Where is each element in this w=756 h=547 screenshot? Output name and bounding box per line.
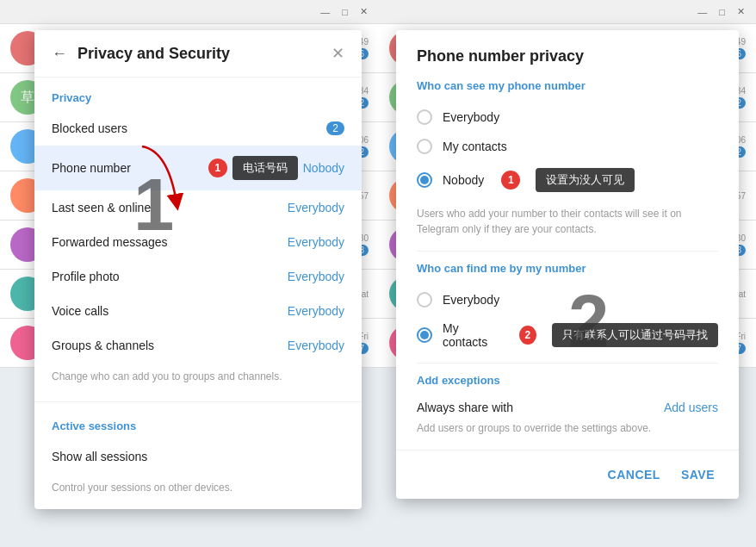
- forwarded-messages-label: Forwarded messages: [52, 235, 288, 249]
- right-minimize-btn[interactable]: —: [693, 5, 711, 19]
- right-titlebar: — □ ✕: [379, 0, 756, 24]
- cancel-button[interactable]: CANCEL: [604, 461, 664, 488]
- left-window: — □ ✕ 1:49 5496 草 草 1:34 2: [0, 0, 379, 547]
- privacy-security-dialog: ← Privacy and Security ✕ Privacy Blocked…: [34, 30, 362, 509]
- privacy-section-label: Privacy: [34, 78, 362, 111]
- groups-channels-item[interactable]: Groups & channels Everybody: [34, 328, 362, 363]
- show-all-sessions-item[interactable]: Show all sessions: [34, 439, 362, 474]
- dialog-content: Privacy Blocked users 2 Phone number 1 电…: [34, 78, 362, 509]
- radio-circle-my-contacts-find[interactable]: [417, 327, 432, 343]
- blocked-users-badge: 2: [326, 121, 344, 135]
- who-can-see-title: Who can see my phone number: [417, 79, 718, 92]
- left-titlebar: — □ ✕: [0, 0, 379, 24]
- groups-hint: Change who can add you to groups and cha…: [34, 363, 362, 398]
- voice-calls-label: Voice calls: [52, 304, 288, 318]
- right-window: — □ ✕ 1:49 496 1:34 2 21:06: [379, 0, 756, 547]
- dialog-header: ← Privacy and Security ✕: [34, 30, 362, 78]
- forwarded-messages-item[interactable]: Forwarded messages Everybody: [34, 225, 362, 259]
- radio-my-contacts-find[interactable]: My contacts 2 只有联系人可以通过号码寻找: [417, 314, 718, 356]
- dialog-title: Privacy and Security: [77, 45, 230, 63]
- phone-dialog-title: Phone number privacy: [417, 47, 718, 65]
- radio-my-contacts-see[interactable]: My contacts: [417, 132, 718, 161]
- left-titlebar-controls: — □ ✕: [316, 4, 372, 19]
- phone-dialog-divider-2: [417, 363, 718, 364]
- annotation-badge-1: 1: [208, 159, 227, 177]
- radio-see-hint: Users who add your number to their conta…: [417, 206, 718, 237]
- last-seen-item[interactable]: Last seen & online Everybody: [34, 190, 362, 225]
- left-maximize-btn[interactable]: □: [338, 5, 352, 19]
- right-maximize-btn[interactable]: □: [715, 5, 729, 19]
- phone-tooltip: 电话号码: [232, 156, 298, 180]
- divider: [34, 401, 362, 402]
- radio-circle-my-contacts[interactable]: [417, 139, 432, 154]
- exception-hint: Add users or groups to override the sett…: [417, 421, 718, 436]
- radio-label-everybody: Everybody: [443, 110, 499, 124]
- always-share-with-label: Always share with: [417, 401, 513, 414]
- voice-calls-item[interactable]: Voice calls Everybody: [34, 294, 362, 328]
- last-seen-value: Everybody: [288, 201, 344, 214]
- close-button[interactable]: ✕: [332, 44, 344, 63]
- left-close-btn[interactable]: ✕: [356, 4, 372, 19]
- always-share-with-row: Always share with Add users: [417, 394, 718, 421]
- phone-dialog-content: Who can see my phone number Everybody My…: [396, 79, 739, 436]
- radio-label-nobody: Nobody: [443, 173, 484, 187]
- profile-photo-label: Profile photo: [52, 270, 288, 283]
- profile-photo-item[interactable]: Profile photo Everybody: [34, 259, 362, 294]
- phone-dialog-divider: [417, 251, 718, 252]
- radio-label-my-contacts-find: My contacts: [443, 321, 502, 349]
- blocked-users-item[interactable]: Blocked users 2: [34, 111, 362, 146]
- groups-channels-value: Everybody: [288, 339, 344, 352]
- radio-label-my-contacts: My contacts: [443, 140, 507, 153]
- nobody-tooltip: 设置为没人可见: [536, 168, 635, 192]
- save-button[interactable]: SAVE: [678, 461, 718, 488]
- phone-dialog-header: Phone number privacy: [396, 30, 739, 79]
- radio-circle-everybody-find[interactable]: [417, 292, 432, 308]
- blocked-users-label: Blocked users: [52, 121, 326, 135]
- forwarded-messages-value: Everybody: [288, 235, 344, 249]
- radio-label-everybody-find: Everybody: [443, 293, 499, 307]
- radio-nobody-see[interactable]: Nobody 1 设置为没人可见: [417, 161, 718, 199]
- groups-channels-label: Groups & channels: [52, 339, 288, 352]
- annotation-badge-nobody: 1: [501, 171, 520, 190]
- profile-photo-value: Everybody: [288, 270, 344, 283]
- who-can-find-title: Who can find me by my number: [417, 262, 718, 275]
- annotation-badge-contacts: 2: [519, 326, 536, 345]
- add-users-button[interactable]: Add users: [664, 401, 718, 414]
- active-sessions-label: Active sessions: [34, 406, 362, 439]
- sessions-hint: Control your sessions on other devices.: [34, 474, 362, 509]
- back-button[interactable]: ←: [52, 45, 67, 63]
- last-seen-label: Last seen & online: [52, 201, 288, 214]
- right-close-btn[interactable]: ✕: [733, 4, 749, 19]
- phone-number-value: Nobody: [303, 161, 344, 175]
- show-all-sessions-label: Show all sessions: [52, 450, 344, 463]
- radio-everybody-see[interactable]: Everybody: [417, 103, 718, 132]
- radio-everybody-find[interactable]: Everybody: [417, 285, 718, 314]
- right-titlebar-controls: — □ ✕: [693, 4, 749, 19]
- phone-number-label: Phone number: [52, 161, 208, 175]
- phone-privacy-dialog: Phone number privacy Who can see my phon…: [396, 30, 739, 499]
- voice-calls-value: Everybody: [288, 304, 344, 318]
- radio-circle-nobody[interactable]: [417, 172, 432, 188]
- phone-number-item[interactable]: Phone number 1 电话号码 Nobody: [34, 146, 362, 190]
- radio-circle-everybody[interactable]: [417, 109, 432, 125]
- dialog-footer: CANCEL SAVE: [396, 450, 739, 499]
- contacts-tooltip: 只有联系人可以通过号码寻找: [552, 323, 718, 347]
- add-exceptions-title: Add exceptions: [417, 374, 718, 387]
- left-minimize-btn[interactable]: —: [316, 5, 334, 19]
